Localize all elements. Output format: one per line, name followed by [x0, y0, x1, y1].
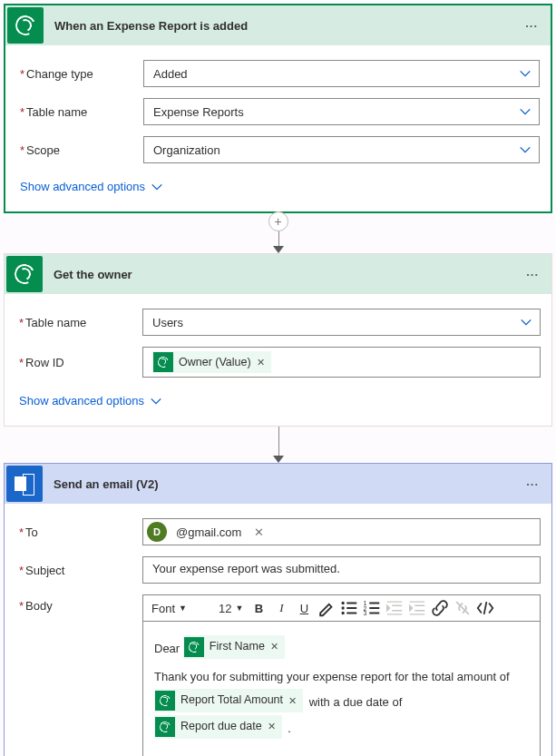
- row-change-type: Change type Added: [16, 60, 540, 87]
- row-table-name: Table name Expense Reports: [16, 98, 540, 125]
- trigger-advanced-toggle[interactable]: Show advanced options: [16, 174, 167, 202]
- token-remove-button[interactable]: ✕: [268, 717, 276, 736]
- font-size-select[interactable]: 12 ▼: [216, 601, 246, 616]
- step-send-email: Send an email (V2) ··· To D @gmail.com ✕…: [4, 463, 552, 756]
- get-owner-title: Get the owner: [54, 268, 521, 281]
- unlink-button[interactable]: [453, 598, 473, 618]
- email-menu-button[interactable]: ···: [521, 477, 544, 491]
- bold-button[interactable]: B: [249, 598, 268, 618]
- token-remove-button[interactable]: ✕: [257, 357, 265, 368]
- code-view-button[interactable]: [475, 598, 495, 618]
- add-step-button[interactable]: +: [268, 211, 288, 231]
- svg-text:3: 3: [364, 610, 367, 616]
- get-owner-menu-button[interactable]: ···: [521, 268, 544, 281]
- email-header[interactable]: Send an email (V2) ···: [5, 464, 551, 504]
- get-owner-body: Table name Users Row ID Owner (Value) ✕ …: [5, 294, 551, 426]
- trigger-title: When an Expense Report is added: [54, 19, 520, 33]
- step-trigger: When an Expense Report is added ··· Chan…: [4, 4, 552, 213]
- highlight-button[interactable]: [317, 598, 337, 618]
- label-subject: Subject: [15, 564, 142, 577]
- row-body: Body Font ▼ 12 ▼ B I U 123: [15, 594, 541, 756]
- token-first-name[interactable]: First Name ✕: [183, 635, 285, 659]
- chevron-down-icon: [520, 316, 532, 329]
- token-owner-value[interactable]: Owner (Value) ✕: [152, 351, 271, 373]
- avatar: D: [147, 522, 167, 542]
- body-line-main: Thank you for submitting your expense re…: [154, 666, 529, 741]
- body-text-2b: with a due date of: [309, 695, 403, 709]
- label-scope: Scope: [16, 143, 143, 157]
- trigger-header[interactable]: When an Expense Report is added ···: [5, 5, 551, 45]
- body-greeting-text: Dear: [154, 642, 180, 655]
- step-get-owner: Get the owner ··· Table name Users Row I…: [4, 253, 552, 427]
- value-change-type: Added: [153, 67, 188, 81]
- outlook-icon: [6, 466, 43, 502]
- label-row-id: Row ID: [15, 356, 142, 369]
- underline-button[interactable]: U: [294, 598, 314, 618]
- value-subject: Your expense report was submitted.: [152, 562, 340, 575]
- arrow-down-icon: [273, 246, 284, 253]
- numbered-list-button[interactable]: 123: [362, 598, 382, 618]
- token-report-total[interactable]: Report Total Amount ✕: [154, 689, 303, 712]
- decrease-indent-button[interactable]: [385, 598, 405, 618]
- dataverse-icon: [7, 7, 44, 44]
- dataverse-icon: [155, 691, 175, 711]
- font-label: Font: [151, 602, 175, 615]
- dataverse-icon: [184, 637, 204, 657]
- token-remove-button[interactable]: ✕: [288, 692, 297, 711]
- body-text-2a: Thank you for submitting your expense re…: [154, 670, 510, 683]
- link-button[interactable]: [430, 598, 450, 618]
- dataverse-icon: [153, 352, 173, 372]
- rich-text-editor: Font ▼ 12 ▼ B I U 123: [142, 594, 541, 756]
- token-report-due-label: Report due date: [180, 716, 262, 738]
- label-body: Body: [15, 594, 142, 613]
- caret-down-icon: ▼: [235, 604, 243, 613]
- arrow-down-icon: [273, 456, 284, 463]
- to-remove-button[interactable]: ✕: [254, 525, 264, 539]
- token-first-name-label: First Name: [210, 636, 265, 658]
- field-table-name[interactable]: Expense Reports: [143, 98, 540, 125]
- email-title: Send an email (V2): [54, 477, 521, 491]
- row-scope: Scope Organization: [16, 136, 540, 163]
- svg-point-0: [342, 602, 345, 604]
- label-change-type: Change type: [16, 67, 143, 81]
- field-change-type[interactable]: Added: [143, 60, 540, 87]
- bullet-list-button[interactable]: [339, 598, 359, 618]
- token-remove-button[interactable]: ✕: [270, 637, 278, 656]
- font-size-label: 12: [219, 602, 231, 615]
- field-row-id[interactable]: Owner (Value) ✕: [142, 347, 541, 378]
- email-body: To D @gmail.com ✕ Subject Your expense r…: [5, 504, 551, 756]
- connector-line: [278, 427, 279, 456]
- get-owner-header[interactable]: Get the owner ···: [5, 254, 551, 294]
- field-scope[interactable]: Organization: [143, 136, 540, 163]
- caret-down-icon: ▼: [179, 604, 187, 613]
- chevron-down-icon: [151, 181, 163, 193]
- field-subject[interactable]: Your expense report was submitted.: [142, 556, 541, 584]
- rich-text-content[interactable]: Dear First Name ✕ Thank you for submitti…: [143, 622, 540, 756]
- chevron-down-icon: [519, 105, 532, 118]
- dataverse-icon: [6, 256, 43, 292]
- connector-1: +: [4, 213, 552, 253]
- svg-point-1: [342, 606, 345, 609]
- get-owner-advanced-toggle[interactable]: Show advanced options: [15, 388, 166, 417]
- trigger-menu-button[interactable]: ···: [520, 19, 543, 33]
- rich-text-toolbar: Font ▼ 12 ▼ B I U 123: [143, 595, 540, 622]
- field-owner-table[interactable]: Users: [142, 309, 541, 336]
- trigger-advanced-label: Show advanced options: [20, 180, 145, 193]
- svg-point-2: [342, 612, 345, 614]
- chevron-down-icon: [519, 67, 532, 80]
- label-to: To: [15, 525, 142, 539]
- increase-indent-button[interactable]: [407, 598, 427, 618]
- field-to[interactable]: D @gmail.com ✕: [142, 518, 541, 545]
- row-subject: Subject Your expense report was submitte…: [15, 556, 541, 584]
- font-select[interactable]: Font ▼: [149, 601, 190, 616]
- body-line-greeting: Dear First Name ✕: [154, 634, 529, 661]
- chevron-down-icon: [519, 143, 532, 156]
- row-owner-table: Table name Users: [15, 309, 541, 336]
- to-address: @gmail.com: [176, 525, 241, 539]
- italic-button[interactable]: I: [271, 598, 291, 618]
- connector-2: [4, 427, 552, 463]
- token-report-due[interactable]: Report due date ✕: [154, 715, 282, 739]
- get-owner-advanced-label: Show advanced options: [19, 394, 144, 407]
- body-period: .: [288, 722, 291, 735]
- label-table-name: Table name: [16, 105, 143, 119]
